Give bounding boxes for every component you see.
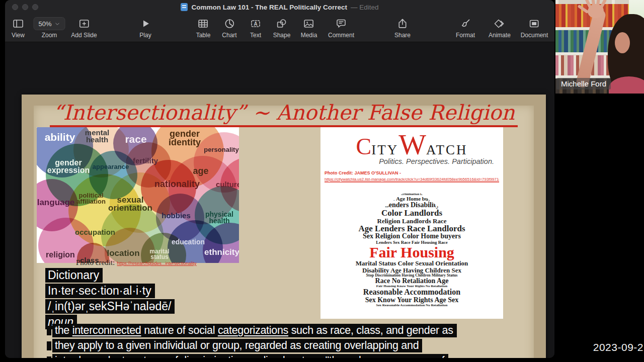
slide-canvas: “Intersectionality” ~ Another False Reli… [5,43,554,358]
wordcloud-line: Religion Landlords Race [377,218,447,224]
media-icon [303,17,315,30]
citywatch-logo: CITYWATCH [325,130,499,159]
toolbar: View50%ZoomAdd SlidePlayTableChartATextS… [5,14,554,42]
citywatch-image[interactable]: CITYWATCH Politics. Perspectives. Partic… [320,127,503,319]
venn-label: ability [45,132,75,142]
wordcloud-line: Race No Retaliation Age [375,278,449,285]
toolbar-play[interactable]: Play [139,17,151,39]
toolbar-document[interactable]: Document [521,17,548,39]
slide-title[interactable]: “Intersectionality” ~ Another False Reli… [22,102,546,124]
window-title: Common Law 101 - The REAL Politically Co… [191,4,347,11]
citywatch-credit-link[interactable]: https://citywatchla.us2.list-manage.com/… [325,177,499,183]
venn-label: gender expression [47,159,90,174]
citywatch-photo-credit: Photo Credit: JAMES O'SULLIVAN - [325,170,499,175]
video-conference-panel: Michelle Ford 2023-09-2 [555,0,644,362]
toolbar-shape[interactable]: Shape [273,17,291,39]
toolbar-animate[interactable]: Animate [489,17,511,39]
venn-label: personality [204,147,238,153]
fair-housing-wordcloud: Stop Discrimination DisabilityAge Age Ho… [339,187,485,313]
venn-label: culture [216,181,239,188]
wordcloud-line: Age Lenders Race Landlords [358,224,465,233]
citywatch-tagline: Politics. Perspectives. Participation. [325,157,499,165]
wordcloud-line: Lenders Disability [384,202,439,209]
venn-label: hobbies [162,212,191,219]
venn-photo-credit: Photo credit: https://researchguides...i… [76,258,197,267]
wordcloud-line: Color Landlords [381,209,442,217]
wordcloud-line: Sex Know Your Rights Age Sex [365,297,459,304]
toolbar-view[interactable]: View [12,17,25,39]
chevron-down-icon [55,21,60,27]
add-slide-icon [78,17,90,30]
venn-label: appearance [93,164,129,170]
zoom-level-button[interactable]: 50% [33,17,65,30]
venn-label: sexual orientation [108,196,152,212]
venn-label: fertility [133,157,158,164]
title-bar: Common Law 101 - The REAL Politically Co… [5,0,554,14]
venn-credit-link[interactable]: https://researchguides...intersectionali… [117,261,197,266]
toolbar-format[interactable]: Format [456,17,475,39]
definition-line: the interconnected nature of social cate… [47,323,545,338]
table-icon [197,17,209,30]
toolbar-comment[interactable]: Comment [328,17,354,39]
view-icon [12,17,24,30]
definition-line: interdependent systems of discrimination… [47,353,545,358]
svg-text:A: A [254,21,257,27]
venn-label: location [107,249,139,257]
date-overlay: 2023-09-2 [593,341,643,353]
animate-icon [494,17,506,30]
venn-label: religion [46,251,75,258]
text-icon: A [250,17,262,30]
venn-label: occupation [75,229,115,236]
wordcloud-line: Marital Status Color Sexual Orientation [356,260,468,266]
shape-icon [276,17,288,30]
keynote-window: Common Law 101 - The REAL Politically Co… [5,0,554,358]
dictionary-block[interactable]: DictionaryIn·ter·sec·tion·al·i·ty/ˌin(t)… [45,268,175,330]
toolbar-media[interactable]: Media [301,17,317,39]
document-icon [528,17,540,30]
definition-block[interactable]: the interconnected nature of social cate… [47,323,545,358]
format-icon [459,17,471,30]
play-icon [139,17,151,30]
toolbar-table[interactable]: Table [196,17,211,39]
venn-label: political affiliation [76,193,106,205]
dictionary-line: /ˌin(t)ərˌsekSHəˈnalədē/ [45,299,175,315]
document-icon-titlebar [181,3,188,11]
venn-label: nationality [154,180,200,189]
comment-icon [335,17,347,30]
wordcloud-line: Reasonable Accommodation [363,288,460,296]
intersectionality-venn-image[interactable]: abilitymental healthracegender identityp… [37,127,239,263]
chart-icon [223,17,235,30]
dictionary-line: In·ter·sec·tion·al·i·ty [45,284,175,299]
participant-video[interactable]: Michelle Ford [555,0,644,94]
participant-face [615,32,630,53]
wordcloud-line: Sex Reasonable Accommodation No Retaliat… [376,304,448,307]
screen: Common Law 101 - The REAL Politically Co… [0,0,644,362]
venn-label: education [172,239,205,245]
edited-label: — Edited [351,4,379,11]
venn-label: race [125,134,146,144]
share-icon [396,17,409,30]
toolbar-share[interactable]: Share [394,17,411,39]
venn-label: language [37,199,75,207]
wordcloud-line: Fair Housing [369,245,454,260]
toolbar-chart[interactable]: Chart [222,17,236,39]
venn-label: age [193,167,208,175]
venn-label: ethnicity [204,248,239,256]
definition-line: they apply to a given individual or grou… [47,338,545,353]
participant-name-label: Michelle Ford [556,78,611,89]
venn-label: physical health [205,211,233,225]
toolbar-text[interactable]: AText [250,17,262,39]
venn-label: mental health [85,129,109,144]
wordcloud-line: Disability Age Having Children Sex [362,267,461,274]
slide[interactable]: “Intersectionality” ~ Another False Reli… [22,95,546,358]
dictionary-line: Dictionary [45,268,175,284]
venn-label: gender identity [169,130,201,147]
wordcloud-line: Sex Religion Color Home buyers [363,233,461,240]
toolbar-zoom[interactable]: 50%Zoom [33,17,65,39]
toolbar-add-slide[interactable]: Add Slide [71,17,97,39]
